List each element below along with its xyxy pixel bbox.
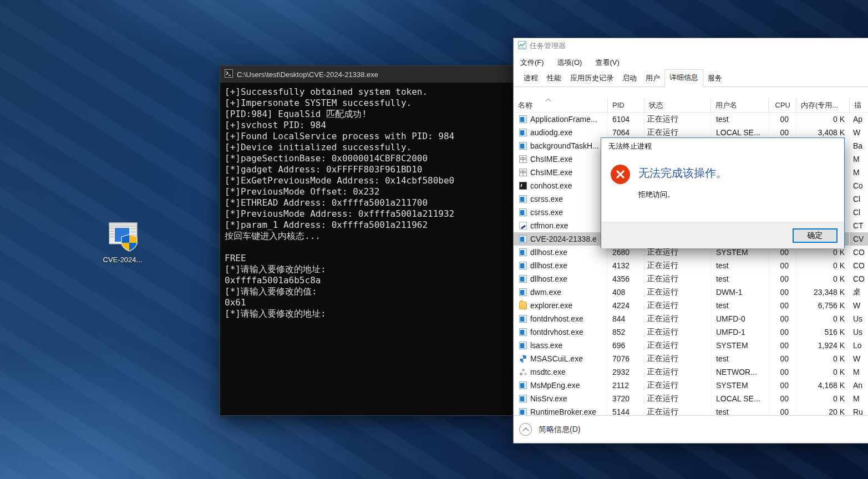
cell-pid: 5144 (608, 405, 644, 416)
cell-desc: An (850, 379, 868, 392)
cell-desc: Cl (850, 192, 868, 206)
cell-user: test (711, 272, 769, 286)
process-row[interactable]: RuntimeBroker.exe5144正在运行test0020 KRu (514, 405, 868, 416)
cell-desc: M (850, 166, 868, 179)
console-line: [*]gadget Address: 0xFFFFF803F961BD10 (225, 164, 515, 175)
cell-cpu: 00 (769, 272, 796, 286)
process-row[interactable]: MsMpEng.exe2112正在运行SYSTEM004,168 KAn (514, 379, 868, 392)
cell-mem: 0 K (796, 352, 850, 365)
task-manager-titlebar[interactable]: 任务管理器 (514, 38, 868, 54)
task-manager-icon (518, 41, 526, 52)
process-row[interactable]: ApplicationFrame...6104正在运行test000 KAp (514, 113, 868, 126)
cell-pid: 3720 (608, 392, 644, 405)
list-header: 名称PID状态用户名CPU内存(专用...描 (514, 98, 868, 113)
column-header[interactable]: 描 (850, 98, 868, 112)
menu-item[interactable]: 文件(F) (520, 58, 544, 68)
app-process-icon (519, 275, 527, 283)
tab-item[interactable]: 启动 (618, 70, 641, 86)
window-title: 任务管理器 (530, 41, 566, 51)
cell-name: csrss.exe (514, 192, 608, 206)
error-dialog: 无法终止进程 无法完成该操作。 拒绝访问。 确定 (601, 137, 845, 248)
cell-name: msdtc.exe (514, 365, 608, 379)
process-row[interactable]: NisSrv.exe3720正在运行LOCAL SE...000 KM (514, 392, 868, 405)
cell-name: NisSrv.exe (514, 392, 608, 405)
column-header[interactable]: 用户名 (711, 98, 769, 112)
tab-item[interactable]: 应用历史记录 (566, 70, 618, 86)
cell-desc: CO (850, 259, 868, 272)
cell-mem: 1,924 K (796, 339, 850, 352)
app-process-icon (519, 115, 527, 123)
tab-active[interactable]: 详细信息 (664, 69, 703, 87)
cell-pid: 408 (608, 286, 644, 299)
tab-item[interactable]: 进程 (519, 70, 542, 86)
cell-desc: M (850, 365, 868, 379)
cell-user: test (711, 113, 769, 126)
column-header[interactable]: CPU (769, 98, 796, 112)
console-line: 按回车键进入内核态... (225, 231, 515, 242)
process-row[interactable]: dllhost.exe4356正在运行test000 KCO (514, 272, 868, 286)
console-line (225, 242, 515, 253)
cell-user: NETWOR... (711, 365, 769, 379)
cell-cpu: 00 (769, 259, 796, 272)
console-titlebar[interactable]: C:\Users\test\Desktop\CVE-2024-21338.exe (220, 66, 520, 83)
atom-process-icon (519, 368, 527, 376)
console-line: [*]PreviousMode Offset: 0x232 (225, 186, 515, 197)
ok-button[interactable]: 确定 (793, 228, 837, 243)
cell-desc: M (850, 392, 868, 405)
process-row[interactable]: fontdrvhost.exe844正在运行UMFD-0000 KUs (514, 312, 868, 325)
cell-cpu: 00 (769, 352, 796, 365)
fewer-details-label: 简略信息(D) (539, 425, 580, 435)
tab-item[interactable]: 性能 (542, 70, 566, 86)
column-header[interactable]: PID (608, 98, 644, 112)
process-row[interactable]: dllhost.exe4132正在运行test000 KCO (514, 259, 868, 272)
cell-cpu: 00 (769, 299, 796, 312)
cell-name: backgroundTaskH... (514, 139, 608, 152)
cell-pid: 844 (608, 312, 644, 325)
cell-status: 正在运行 (644, 325, 711, 339)
console-process-icon (519, 182, 527, 190)
cell-name: dllhost.exe (514, 259, 608, 272)
cell-name: dllhost.exe (514, 246, 608, 259)
process-row[interactable]: MSASCuiL.exe7076正在运行test000 KW (514, 352, 868, 365)
app-process-icon (519, 408, 527, 416)
cell-status: 正在运行 (644, 113, 711, 126)
console-line: [+]Impersonate SYSTEM successfully. (225, 98, 515, 109)
cell-desc: Co (850, 179, 868, 192)
cell-cpu: 00 (769, 113, 796, 126)
cell-name: ChsIME.exe (514, 152, 608, 166)
tab-item[interactable]: 用户 (641, 70, 664, 86)
cell-name: ChsIME.exe (514, 166, 608, 179)
console-line: [*]请输入要修改的值: (225, 286, 515, 297)
cell-cpu: 00 (769, 379, 796, 392)
column-header[interactable]: 名称 (514, 98, 608, 112)
dialog-titlebar[interactable]: 无法终止进程 (601, 138, 844, 155)
cell-status: 正在运行 (644, 299, 711, 312)
dialog-title: 无法终止进程 (608, 141, 652, 151)
ime-process-icon (519, 169, 527, 176)
app-process-icon (519, 235, 527, 243)
app-process-icon (519, 395, 527, 402)
cell-cpu: 00 (769, 405, 796, 416)
cell-mem: 0 K (796, 259, 850, 272)
desktop-icon-cve-exe[interactable]: CVE-2024... (98, 221, 148, 264)
folder-process-icon (519, 302, 527, 309)
dialog-message: 拒绝访问。 (638, 190, 674, 200)
process-row[interactable]: explorer.exe4224正在运行test006,756 KW (514, 299, 868, 312)
column-header[interactable]: 内存(专用... (796, 98, 850, 112)
menu-item[interactable]: 查看(V) (595, 58, 619, 68)
cell-pid: 696 (608, 339, 644, 352)
tab-item[interactable]: 服务 (703, 70, 727, 86)
cell-user: DWM-1 (711, 286, 769, 299)
process-row[interactable]: msdtc.exe2932正在运行NETWOR...000 KM (514, 365, 868, 379)
process-row[interactable]: fontdrvhost.exe852正在运行UMFD-100516 KUs (514, 325, 868, 339)
process-row[interactable]: dwm.exe408正在运行DWM-10023,348 K桌 (514, 286, 868, 299)
cell-name: dllhost.exe (514, 272, 608, 286)
column-header[interactable]: 状态 (644, 98, 711, 112)
console-output[interactable]: [+]Successfully obtained system token.[+… (220, 83, 520, 415)
console-line: [*]ETHREAD Address: 0xffffa5001a211700 (225, 197, 515, 208)
sort-ascending-icon (546, 98, 550, 102)
cell-status: 正在运行 (644, 405, 711, 416)
menu-item[interactable]: 选项(O) (557, 58, 582, 68)
fewer-details-toggle[interactable]: 简略信息(D) (514, 416, 868, 443)
process-row[interactable]: lsass.exe696正在运行SYSTEM001,924 KLo (514, 339, 868, 352)
